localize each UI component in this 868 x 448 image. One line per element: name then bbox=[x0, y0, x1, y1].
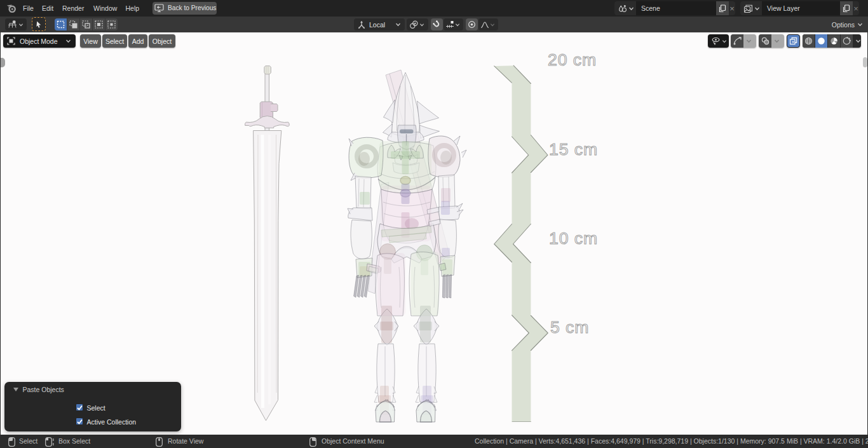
svg-text:10 cm: 10 cm bbox=[549, 229, 598, 248]
svg-text:20 cm: 20 cm bbox=[548, 50, 597, 69]
svg-text:15 cm: 15 cm bbox=[549, 140, 598, 159]
svg-text:5 cm: 5 cm bbox=[550, 318, 589, 337]
